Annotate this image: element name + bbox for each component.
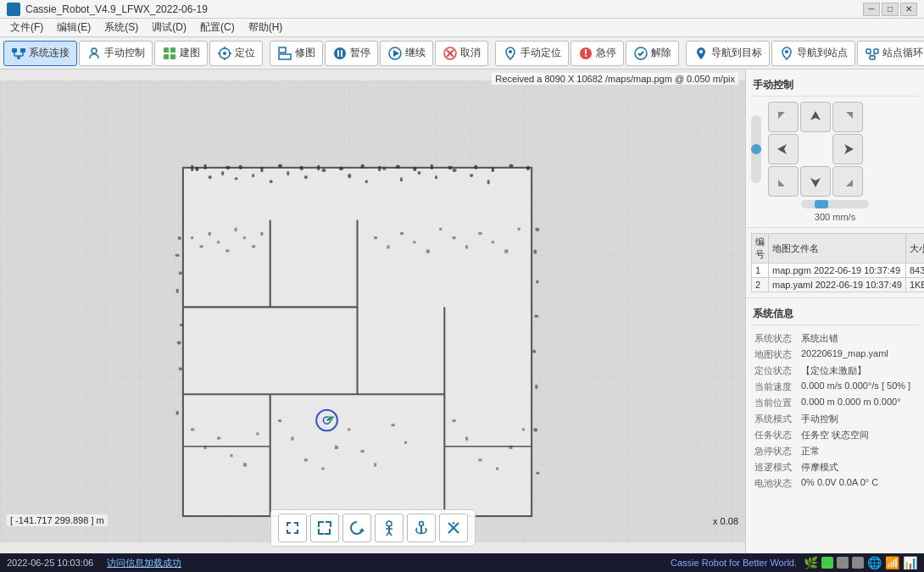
speed-slider-horizontal[interactable]: 300 mm/s (751, 197, 919, 222)
maximize-button[interactable]: □ (882, 3, 899, 16)
svg-rect-86 (226, 167, 229, 169)
svg-rect-17 (279, 47, 286, 53)
dpad-up-right[interactable] (832, 102, 863, 132)
svg-rect-67 (179, 237, 181, 239)
status-info-link[interactable]: 访问信息加载成功 (107, 557, 181, 569)
manual-locate-button[interactable]: 手动定位 (495, 41, 569, 66)
svg-rect-35 (874, 49, 878, 53)
dpad-right[interactable] (832, 134, 863, 164)
menu-debug[interactable]: 调试(D) (145, 19, 193, 37)
dpad-down-right[interactable] (832, 166, 863, 197)
close-button[interactable]: ✕ (900, 3, 917, 16)
anchor-button[interactable] (407, 514, 436, 542)
toolbar: 系统连接 手动控制 建图 定位 修图 暂停 继续 (0, 37, 924, 69)
svg-rect-57 (470, 175, 472, 176)
sysinfo-panel: 系统信息 系统状态 系统出错 地图状态 20220619_map.yaml 定位… (746, 298, 924, 553)
svg-rect-8 (170, 47, 175, 53)
svg-point-151 (387, 521, 392, 526)
menu-edit[interactable]: 编辑(E) (50, 19, 97, 37)
svg-rect-21 (341, 50, 342, 57)
map-info-bar: Received a 8090 X 10682 /maps/map.pgm @ … (492, 73, 738, 85)
menu-system[interactable]: 系统(S) (97, 19, 145, 37)
svg-rect-94 (379, 167, 380, 170)
dpad-up-left[interactable] (768, 102, 799, 132)
manual-ctrl-button[interactable]: 手动控制 (79, 41, 153, 66)
svg-rect-72 (178, 342, 181, 343)
map-row-2[interactable]: 2 map.yaml 2022-06-19 10:37:49 1KB (752, 278, 925, 292)
tools-button[interactable] (439, 514, 468, 542)
edit-map-button[interactable]: 修图 (270, 41, 323, 66)
minimize-button[interactable]: ─ (863, 3, 880, 16)
svg-point-19 (334, 47, 346, 59)
reset-button[interactable] (342, 514, 371, 542)
nav-target-icon (693, 46, 709, 61)
nav-target-button[interactable]: 导航到目标 (686, 41, 770, 66)
sysinfo-value-task: 任务空 状态空间 (798, 427, 919, 443)
row2-num: 2 (752, 278, 769, 292)
title-bar: Cassie_Robot_V4.9_LFWX_2022-06-19 ─ □ ✕ (0, 0, 924, 19)
zoom-fit-button[interactable] (310, 514, 339, 542)
svg-point-12 (223, 52, 226, 55)
sysinfo-row-estop: 急停状态 正常 (751, 443, 919, 459)
svg-rect-89 (279, 165, 281, 167)
col-num: 编号 (752, 234, 769, 264)
speed-slider-vertical[interactable] (751, 115, 761, 183)
svg-rect-132 (305, 459, 307, 460)
menu-file[interactable]: 文件(F) (3, 19, 50, 37)
svg-rect-74 (177, 412, 178, 414)
dpad-up[interactable] (800, 102, 831, 132)
build-map-button[interactable]: 建图 (154, 41, 208, 66)
svg-rect-96 (414, 168, 415, 170)
release-button[interactable]: 解除 (626, 41, 679, 66)
sysinfo-row-mode: 系统模式 手动控制 (751, 411, 919, 427)
slider-track-h[interactable] (801, 200, 869, 208)
svg-rect-48 (305, 176, 307, 178)
menu-help[interactable]: 帮助(H) (242, 19, 290, 37)
cancel-button[interactable]: 取消 (435, 41, 488, 66)
svg-rect-136 (362, 451, 364, 452)
svg-rect-52 (383, 168, 385, 169)
svg-rect-144 (509, 447, 511, 448)
svg-rect-1 (20, 48, 25, 53)
map-info-text: Received a 8090 X 10682 /maps/map.pgm @ … (495, 74, 735, 84)
row1-size: 84393KB (905, 264, 924, 278)
map-row-1[interactable]: 1 map.pgm 2022-06-19 10:37:49 84393KB (752, 264, 925, 278)
sysinfo-label-pos: 当前位置 (751, 395, 798, 411)
sysinfo-value-sys-status: 系统出错 (798, 330, 919, 347)
svg-rect-93 (362, 165, 364, 168)
continue-icon (387, 46, 403, 61)
app-icon (7, 3, 20, 16)
svg-rect-29 (585, 49, 587, 54)
sysinfo-value-mode: 手动控制 (798, 411, 919, 427)
nav-node-button[interactable]: 导航到站点 (771, 41, 855, 66)
map-area[interactable]: Received a 8090 X 10682 /maps/map.pgm @ … (0, 69, 746, 553)
menu-config[interactable]: 配置(C) (193, 19, 242, 37)
dpad-down-left[interactable] (768, 166, 799, 197)
dpad-left[interactable] (768, 134, 799, 164)
svg-rect-78 (535, 316, 537, 317)
svg-rect-114 (401, 233, 403, 234)
svg-rect-141 (466, 438, 467, 440)
svg-marker-150 (359, 528, 365, 531)
svg-rect-85 (205, 165, 206, 169)
svg-rect-138 (392, 425, 394, 425)
sysinfo-label-battery: 电池状态 (751, 475, 798, 491)
slider-track-v[interactable] (751, 115, 761, 183)
dpad-down[interactable] (800, 166, 831, 197)
station-loop-button[interactable]: 站点循环 (857, 41, 924, 66)
svg-rect-7 (164, 47, 169, 53)
svg-rect-76 (534, 251, 536, 253)
pause-button[interactable]: 暂停 (325, 41, 378, 66)
sys-connect-button[interactable]: 系统连接 (3, 41, 77, 66)
continue-button[interactable]: 继续 (380, 41, 433, 66)
svg-rect-0 (12, 48, 17, 53)
fit-view-button[interactable] (278, 514, 307, 542)
window-title: Cassie_Robot_V4.9_LFWX_2022-06-19 (25, 3, 863, 15)
svg-rect-103 (192, 237, 192, 238)
emergency-button[interactable]: 急停 (571, 41, 624, 66)
svg-rect-42 (209, 176, 211, 178)
svg-rect-117 (440, 229, 441, 230)
locate-button[interactable]: 定位 (209, 41, 263, 66)
person-button[interactable] (375, 514, 404, 542)
map-coordinates: [ -141.717 299.898 ] m (7, 514, 108, 526)
